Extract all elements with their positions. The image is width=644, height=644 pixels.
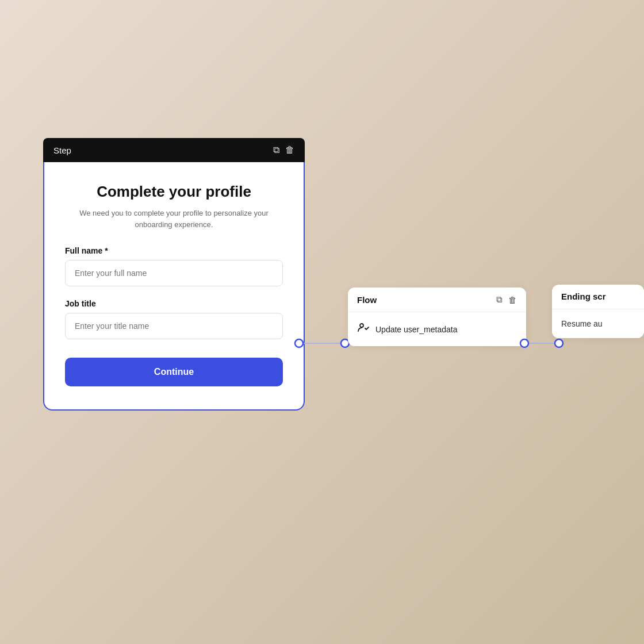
flow-header-icons: ⧉ 🗑 [496,294,517,305]
ending-header: Ending scr [552,285,644,309]
svg-point-6 [555,339,563,347]
flow-delete-icon[interactable]: 🗑 [508,295,517,305]
flow-node-icon [357,321,370,337]
ending-body-label: Resume au [561,319,603,328]
copy-icon[interactable]: ⧉ [273,145,279,155]
delete-icon[interactable]: 🗑 [285,145,294,155]
flow-header: Flow ⧉ 🗑 [348,288,526,312]
flow-header-label: Flow [357,295,377,305]
svg-point-1 [295,339,303,347]
ending-header-label: Ending scr [561,292,606,301]
job-title-input[interactable] [65,313,283,339]
step-body: Complete your profile We need you to com… [43,162,305,411]
flow-card: Flow ⧉ 🗑 Update user_metadata [348,288,526,346]
svg-point-5 [520,339,528,347]
ending-body: Resume au [552,309,644,338]
step-header-label: Step [53,145,71,155]
flow-body: Update user_metadata [348,312,526,346]
svg-point-3 [360,324,363,327]
profile-title: Complete your profile [65,183,283,201]
ending-card: Ending scr Resume au [552,285,644,338]
step-header-icons: ⧉ 🗑 [273,145,294,155]
step-header: Step ⧉ 🗑 [43,138,305,162]
continue-button[interactable]: Continue [65,358,283,386]
job-title-field-group: Job title [65,299,283,339]
full-name-input[interactable] [65,260,283,286]
full-name-field-group: Full name * [65,246,283,286]
job-title-label: Job title [65,299,283,308]
profile-subtitle: We need you to complete your profile to … [65,208,283,230]
flow-node-label: Update user_metadata [375,325,457,334]
flow-copy-icon[interactable]: ⧉ [496,294,503,305]
step-card: Step ⧉ 🗑 Complete your profile We need y… [43,138,305,411]
full-name-label: Full name * [65,246,283,255]
